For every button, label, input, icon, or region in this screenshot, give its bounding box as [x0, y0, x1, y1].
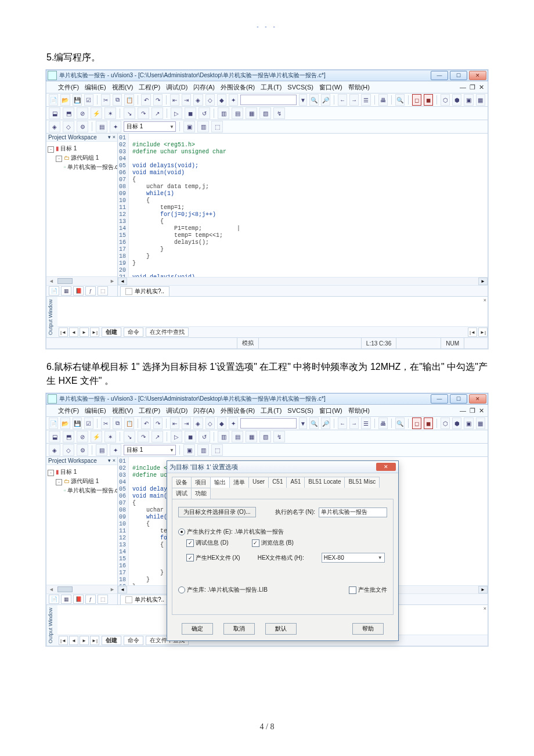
menu-window-2[interactable]: 窗口(W): [319, 406, 342, 415]
dlg-tab-a51[interactable]: A51: [286, 477, 305, 488]
tb2-h[interactable]: ↶: [141, 417, 150, 429]
outtab-last-icon[interactable]: ►|: [90, 327, 99, 337]
tb2b-j[interactable]: ◼: [185, 431, 196, 442]
tb2-find[interactable]: [240, 418, 297, 429]
ot2-cmd[interactable]: 命令: [124, 636, 143, 645]
tree-file-2[interactable]: 单片机实验一报告.c: [67, 487, 117, 494]
dlg-tab-user[interactable]: User: [248, 477, 269, 488]
target-combo[interactable]: 目标 1: [124, 121, 176, 132]
menu-periph-2[interactable]: 外围设备(R): [221, 406, 255, 415]
trace-icon[interactable]: ↯: [273, 107, 285, 119]
menu-debug-2[interactable]: 调试(D): [166, 406, 187, 415]
dlg-tab-listing[interactable]: 清单: [229, 477, 249, 488]
close-button-2[interactable]: ✕: [469, 394, 486, 404]
close-button[interactable]: ✕: [469, 71, 486, 80]
run-icon[interactable]: ▷: [171, 107, 182, 119]
breakpoint2-icon[interactable]: ◼: [424, 94, 433, 106]
build-target-icon[interactable]: ◇: [63, 121, 74, 132]
tb2-x3[interactable]: ▣: [464, 417, 473, 429]
find-dropdown-icon[interactable]: ▼: [299, 94, 306, 106]
tb2c-g[interactable]: ▥: [197, 444, 209, 456]
output-text[interactable]: ×: [57, 297, 488, 327]
tb2b-n[interactable]: ▦: [246, 431, 257, 442]
indent-right-icon[interactable]: ⇥: [182, 94, 191, 106]
tb2b-d[interactable]: ⚡: [91, 431, 102, 442]
tb2b-g[interactable]: ↷: [138, 431, 149, 442]
st2-d[interactable]: ƒ: [85, 595, 96, 604]
nav-back-icon[interactable]: ←: [338, 94, 347, 106]
tree-file[interactable]: 单片机实验一报告.c: [67, 164, 117, 170]
exec-name-input[interactable]: 单片机实验一报告: [319, 507, 387, 517]
doc-tab[interactable]: 单片机实?..: [120, 286, 169, 296]
batch-icon[interactable]: ▤: [96, 121, 107, 132]
select-folder-button[interactable]: 为目标文件选择目录 (O)...: [178, 507, 256, 517]
menu-flash[interactable]: 闪存(A): [193, 83, 215, 92]
stop-icon[interactable]: ◼: [185, 107, 196, 119]
tb2c-b[interactable]: ◇: [63, 444, 74, 456]
tb2-b[interactable]: 📂: [60, 417, 70, 429]
ot2-first[interactable]: |◄: [59, 636, 68, 645]
tb2-a[interactable]: 📄: [49, 417, 58, 429]
tb2b-o[interactable]: ▧: [259, 431, 271, 442]
tb2-bp1[interactable]: ◻: [412, 417, 421, 429]
tb2-x1[interactable]: ⬡: [441, 417, 450, 429]
sidetab-temp-icon[interactable]: ⬚: [98, 286, 108, 296]
create-batch-check[interactable]: 产生批文件: [349, 586, 387, 594]
tb2c-c[interactable]: ⚙: [77, 444, 88, 456]
ot2-build[interactable]: 创建: [102, 636, 121, 645]
dialog-ok-button[interactable]: 确定: [182, 623, 213, 635]
ot2-prev[interactable]: ◄: [69, 636, 78, 645]
editor-hscroll[interactable]: ◄►: [118, 277, 488, 285]
dlg-tab-bl51loc[interactable]: BL51 Locate: [304, 477, 345, 488]
tb2-n[interactable]: ◆: [217, 417, 226, 429]
menu-tools-2[interactable]: 工具(T): [261, 406, 282, 415]
build-icon[interactable]: ⬓: [49, 107, 60, 119]
print-icon[interactable]: 🖶: [378, 94, 388, 106]
nav-fwd-icon[interactable]: →: [349, 94, 359, 106]
menu-file-2[interactable]: 文件(F): [58, 406, 79, 415]
ot2-next[interactable]: ►: [80, 636, 89, 645]
source-code[interactable]: #include <reg51.h> #define uchar unsigne…: [129, 134, 244, 277]
open-file-icon[interactable]: 📂: [60, 94, 70, 106]
tb2-i[interactable]: ↷: [153, 417, 163, 429]
indent-left-icon[interactable]: ⇤: [170, 94, 179, 106]
sidetab-files-icon[interactable]: 📄: [49, 286, 59, 296]
tb2b-h[interactable]: ↗: [151, 431, 163, 442]
tb2-fwd[interactable]: →: [349, 417, 359, 429]
toolbar-extra4-icon[interactable]: ▦: [476, 94, 485, 106]
minimize-button[interactable]: —: [431, 71, 448, 80]
st2-e[interactable]: ⬚: [98, 595, 108, 604]
hex-format-select[interactable]: HEX-80: [322, 553, 385, 563]
mdi-close-2[interactable]: ✕: [479, 407, 484, 415]
tb2c-a[interactable]: ◈: [49, 444, 60, 456]
toolbar-extra3-icon[interactable]: ▣: [464, 94, 473, 106]
menu-periph[interactable]: 外围设备(R): [221, 83, 255, 92]
tb2c-e[interactable]: ✦: [110, 444, 121, 456]
debug-info-check[interactable]: ✓调试信息 (D): [186, 539, 229, 547]
reset-icon[interactable]: ↺: [199, 107, 210, 119]
menu-help[interactable]: 帮助(H): [348, 83, 370, 92]
tb2-e[interactable]: ✂: [101, 417, 110, 429]
tb2-c[interactable]: 💾: [73, 417, 82, 429]
flash2-icon[interactable]: ✶: [104, 107, 116, 119]
dialog-default-button[interactable]: 默认: [265, 623, 297, 635]
tb2-j[interactable]: ⇤: [170, 417, 179, 429]
dlg-tab-bl51misc[interactable]: BL51 Misc: [344, 477, 380, 488]
sb-scroll-2[interactable]: ◄►: [46, 585, 117, 593]
outtab-first-icon[interactable]: |◄: [59, 327, 68, 337]
output-tab-find[interactable]: 在文件中查找: [146, 327, 189, 337]
menu-flash-2[interactable]: 闪存(A): [193, 406, 215, 415]
breakpoint-icon[interactable]: ◻: [412, 94, 421, 106]
dlg-tab-c51[interactable]: C51: [268, 477, 287, 488]
target-combo-2[interactable]: 目标 1: [124, 445, 176, 455]
sidetab-books-icon[interactable]: 📕: [73, 286, 84, 296]
tb2-dbg[interactable]: 🔍: [395, 417, 405, 429]
dlg-tab-target[interactable]: 项目: [191, 477, 211, 488]
tb2-up[interactable]: ☰: [361, 417, 370, 429]
copy-icon[interactable]: ⧉: [113, 94, 122, 106]
sidetab-func-icon[interactable]: ƒ: [85, 286, 96, 296]
dlg-tab-util[interactable]: 功能: [191, 488, 211, 499]
cut-icon[interactable]: ✂: [101, 94, 110, 106]
rebuild-icon[interactable]: ⬒: [63, 107, 74, 119]
mdi-restore-icon[interactable]: ❐: [470, 84, 475, 91]
